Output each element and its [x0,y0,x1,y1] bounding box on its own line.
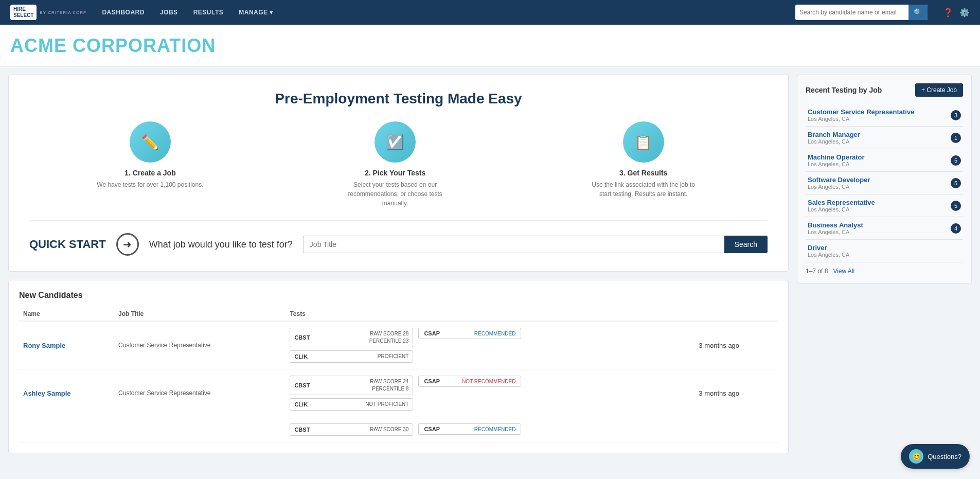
col-tests-header: Tests [286,307,694,321]
step-results-title: 3. Get Results [587,169,700,177]
csap-badge: CSAP RECOMMENDED [418,423,521,435]
candidate-tests: CBST RAW SCORE 30 CSAP RECOMMENDED [286,417,694,442]
sidebar-item[interactable]: Driver Los Angeles, CA [806,240,963,262]
sidebar-header: Recent Testing by Job + Create Job [806,83,963,97]
settings-icon-button[interactable]: ⚙️ [959,8,970,17]
sidebar-item[interactable]: Software Developer Los Angeles, CA 5 [806,172,963,194]
nav-manage[interactable]: MANAGE ▾ [239,9,273,16]
sidebar-job-count: 5 [951,155,961,166]
main-layout: Pre-Employment Testing Made Easy ✏️ 1. C… [0,66,980,462]
candidate-job: Customer Service Representative [114,321,286,369]
sidebar-job-location: Los Angeles, CA [808,161,865,167]
step-pick-title: 2. Pick Your Tests [338,169,452,177]
sidebar-job-name: Customer Service Representative [808,108,914,116]
candidates-section-title: New Candidates [19,291,778,300]
step-create-icon: ✏️ [130,121,171,163]
sidebar-item[interactable]: Branch Manager Los Angeles, CA 1 [806,127,963,149]
sidebar-job-location: Los Angeles, CA [808,229,863,235]
candidate-name [19,417,114,442]
sidebar-job-location: Los Angeles, CA [808,138,860,145]
col-time-header [694,307,778,321]
chat-bubble[interactable]: 😊 Questions? [901,444,970,469]
nav-search-input[interactable] [795,9,908,16]
step-pick-icon: ☑️ [375,121,416,163]
candidate-tests: CBST RAW SCORE 24PERCENTILE 8 CLIK NOT P… [286,369,694,417]
csap-status: RECOMMENDED [474,331,516,336]
logo: HIRE SELECT BY CRITERIA CORP [10,5,86,20]
csap-badge: CSAP RECOMMENDED [418,328,521,339]
hero-card: Pre-Employment Testing Made Easy ✏️ 1. C… [8,75,789,272]
sidebar-item[interactable]: Customer Service Representative Los Ange… [806,104,963,127]
step-create-job: ✏️ 1. Create a Job We have tests for ove… [97,121,203,189]
main-content: Pre-Employment Testing Made Easy ✏️ 1. C… [8,75,789,453]
candidates-card: New Candidates Name Job Title Tests Rony… [8,280,789,453]
col-name-header: Name [19,307,114,321]
page-title-bar: ACME CORPORATION [0,25,980,66]
logo-sub: BY CRITERIA CORP [40,10,86,15]
sidebar-footer: 1–7 of 8 View All [806,268,963,275]
test-badge-cbst: CBST RAW SCORE 28PERCENTILE 23 [290,328,413,347]
nav-results[interactable]: RESULTS [193,9,224,16]
sidebar-item[interactable]: Machine Operator Los Angeles, CA 5 [806,149,963,172]
nav-dashboard[interactable]: DASHBOARD [102,9,145,16]
sidebar-job-name: Software Developer [808,176,870,184]
quick-start-search-button[interactable]: Search [724,236,768,253]
table-row: CBST RAW SCORE 30 CSAP RECOMMENDED [19,417,778,442]
col-jobtitle-header: Job Title [114,307,286,321]
sidebar-item[interactable]: Sales Representative Los Angeles, CA 5 [806,194,963,217]
hero-steps: ✏️ 1. Create a Job We have tests for ove… [29,121,768,221]
sidebar-item[interactable]: Business Analyst Los Angeles, CA 4 [806,217,963,240]
candidate-time: 3 months ago [694,321,778,369]
step-create-title: 1. Create a Job [97,169,203,177]
table-row: Ashley Sample Customer Service Represent… [19,369,778,417]
sidebar-job-location: Los Angeles, CA [808,184,870,190]
create-job-button[interactable]: + Create Job [915,83,963,97]
candidate-tests: CBST RAW SCORE 28PERCENTILE 23 CLIK PROF… [286,321,694,369]
test-badge-cbst: CBST RAW SCORE 24PERCENTILE 8 [290,376,413,395]
sidebar-job-count: 5 [951,201,961,211]
test-badge-cbst: CBST RAW SCORE 30 [290,423,413,436]
step-pick-desc: Select your tests based on our recommend… [338,180,452,208]
help-icon-button[interactable]: ❓ [943,8,953,17]
quick-start-row: QUICK START ➜ What job would you like to… [29,233,768,256]
nav-search-button[interactable]: 🔍 [908,5,928,20]
sidebar-job-count: 4 [951,223,961,234]
sidebar-job-name: Sales Representative [808,199,875,206]
quick-start-question: What job would you like to test for? [149,239,293,250]
quick-start-arrow-icon: ➜ [116,233,139,256]
step-create-desc: We have tests for over 1,100 positions. [97,180,203,189]
sidebar-job-count: 3 [951,110,961,120]
sidebar: Recent Testing by Job + Create Job Custo… [797,75,972,283]
candidate-time: 3 months ago [694,369,778,417]
sidebar-pagination: 1–7 of 8 [806,268,828,275]
candidate-job [114,417,286,442]
navbar: HIRE SELECT BY CRITERIA CORP DASHBOARD J… [0,0,980,25]
logo-box: HIRE SELECT [10,5,37,20]
candidates-table: Name Job Title Tests Rony Sample Custome… [19,307,778,442]
nav-search-wrap: 🔍 [795,5,928,20]
sidebar-job-name: Branch Manager [808,131,860,138]
step-pick-tests: ☑️ 2. Pick Your Tests Select your tests … [338,121,452,208]
quick-start-label: QUICK START [29,238,106,251]
sidebar-list: Customer Service Representative Los Ange… [806,104,963,262]
sidebar-job-location: Los Angeles, CA [808,206,875,212]
sidebar-job-name: Machine Operator [808,153,865,161]
job-title-input[interactable] [303,236,724,253]
table-row: Rony Sample Customer Service Representat… [19,321,778,369]
test-badge-clik: CLIK NOT PROFICIENT [290,398,413,411]
nav-icons: ❓ ⚙️ [943,8,970,17]
quick-start-input-wrap: Search [303,236,768,253]
sidebar-title: Recent Testing by Job [806,86,882,94]
sidebar-view-all-link[interactable]: View All [833,268,854,275]
nav-jobs[interactable]: JOBS [160,9,178,16]
chat-avatar-icon: 😊 [909,449,923,464]
candidate-name: Ashley Sample [19,369,114,417]
sidebar-job-location: Los Angeles, CA [808,252,849,258]
step-results-desc: Use the link associated with the job to … [587,180,700,199]
csap-status: RECOMMENDED [474,427,516,432]
sidebar-job-name: Business Analyst [808,221,863,229]
hero-title: Pre-Employment Testing Made Easy [29,91,768,107]
logo-line1: HIRE [13,6,33,12]
chat-label: Questions? [928,453,961,460]
step-results-icon: 📋 [623,121,664,163]
